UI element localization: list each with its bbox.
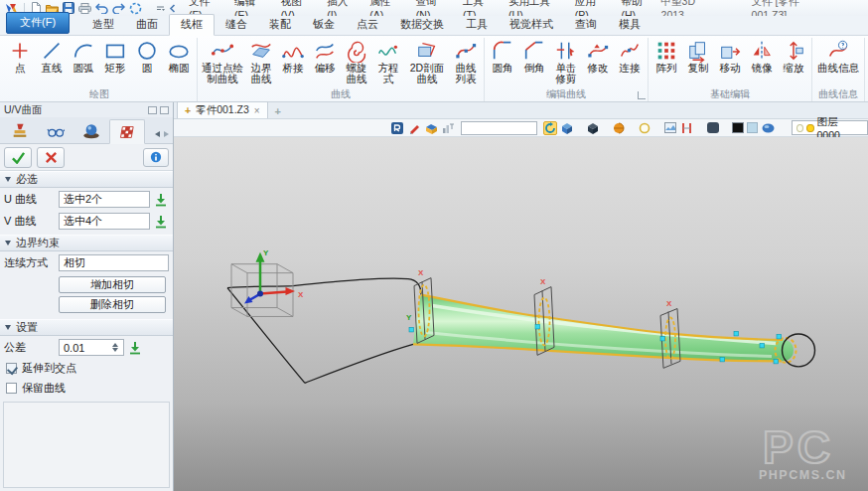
display-mode-icon[interactable] bbox=[586, 121, 600, 135]
view-orientation-icon[interactable] bbox=[560, 121, 574, 135]
qat-customize-icon[interactable] bbox=[156, 4, 165, 13]
display-filter-icon[interactable] bbox=[441, 121, 455, 135]
boundary-curve-button[interactable]: 边界曲线 bbox=[245, 38, 277, 87]
extend-checkbox[interactable] bbox=[6, 363, 17, 374]
tab-shape[interactable]: 造型 bbox=[81, 15, 125, 35]
u-curve-input[interactable]: 选中2个 bbox=[59, 191, 150, 208]
fillet-button[interactable]: 圆角 bbox=[487, 38, 518, 77]
edit-curve-dialog-launcher-icon[interactable] bbox=[638, 91, 646, 99]
tab-visibility[interactable] bbox=[38, 118, 73, 143]
info-button[interactable] bbox=[143, 148, 169, 167]
tab-visual-style[interactable]: 视觉样式 bbox=[499, 15, 564, 35]
section-required[interactable]: 必选 bbox=[0, 171, 173, 188]
ellipse-button[interactable]: 椭圆 bbox=[163, 38, 195, 75]
tab-scroll-right-icon[interactable] bbox=[164, 131, 169, 137]
point-button[interactable]: 点 bbox=[4, 38, 36, 77]
scale-button[interactable]: 缩放 bbox=[778, 38, 809, 75]
cancel-button[interactable] bbox=[37, 147, 65, 168]
panel-float-icon[interactable] bbox=[148, 106, 157, 114]
curve-list-button[interactable]: 曲线列表 bbox=[450, 38, 482, 85]
tab-pointcloud[interactable]: 点云 bbox=[346, 15, 389, 35]
equation-curve-button[interactable]: 方程式 bbox=[372, 38, 404, 85]
light-icon[interactable] bbox=[638, 121, 651, 135]
tab-wireframe[interactable]: 线框 bbox=[169, 14, 215, 36]
keep-curves-checkbox[interactable] bbox=[6, 383, 17, 394]
tab-heal[interactable]: 缝合 bbox=[215, 15, 258, 35]
circle-button[interactable]: 圆 bbox=[131, 38, 163, 75]
copy-button[interactable]: 复制 bbox=[682, 38, 714, 75]
tab-mold[interactable]: 模具 bbox=[608, 15, 651, 35]
confirm-button[interactable] bbox=[4, 147, 32, 168]
pattern-button[interactable]: 阵列 bbox=[651, 38, 682, 75]
section-settings[interactable]: 设置 bbox=[0, 319, 173, 336]
connect-curve-button[interactable]: 连接 bbox=[614, 38, 646, 77]
arc-button[interactable]: 圆弧 bbox=[68, 38, 99, 77]
tab-scroll-left-icon[interactable] bbox=[155, 131, 160, 137]
tolerance-pick-icon[interactable] bbox=[127, 340, 143, 356]
undo-icon[interactable] bbox=[95, 3, 108, 14]
modify-curve-button[interactable]: 修改 bbox=[582, 38, 614, 75]
file-menu-button[interactable]: 文件(F) bbox=[6, 12, 70, 34]
v-curve-pick-icon[interactable] bbox=[153, 214, 169, 230]
tab-inquire[interactable]: 查询 bbox=[564, 15, 608, 35]
add-tangent-button[interactable]: 增加相切 bbox=[59, 276, 166, 293]
section-curve-2d-button[interactable]: 2D剖面曲线 bbox=[404, 38, 450, 87]
point-icon bbox=[8, 39, 32, 63]
tolerance-input[interactable]: 0.01 bbox=[59, 339, 124, 356]
move-button[interactable]: 移动 bbox=[714, 38, 746, 75]
layer-selector[interactable]: 图层0000 bbox=[792, 120, 868, 135]
remove-tangent-button[interactable]: 删除相切 bbox=[59, 296, 166, 313]
redo-icon[interactable] bbox=[112, 3, 125, 14]
tolerance-row: 公差 0.01 bbox=[0, 336, 173, 358]
line-color-swatch[interactable] bbox=[732, 122, 744, 133]
tolerance-spinner[interactable] bbox=[111, 343, 119, 352]
curve-through-points-button[interactable]: 通过点绘制曲线 bbox=[200, 38, 245, 87]
regen-icon[interactable] bbox=[129, 2, 142, 15]
new-document-tab[interactable]: + bbox=[268, 103, 288, 118]
tab-uv-surface[interactable] bbox=[109, 119, 145, 144]
pick-filter-icon[interactable] bbox=[390, 121, 404, 135]
panel-close-icon[interactable] bbox=[160, 106, 169, 114]
section-boundary[interactable]: 边界约束 bbox=[0, 235, 173, 251]
spiral-curve-button[interactable]: 螺旋曲线 bbox=[341, 38, 372, 87]
print-icon[interactable] bbox=[78, 3, 91, 14]
pattern-icon bbox=[654, 39, 678, 63]
tab-surface[interactable]: 曲面 bbox=[125, 15, 169, 35]
tab-render[interactable] bbox=[73, 118, 109, 143]
material-icon[interactable] bbox=[761, 121, 775, 135]
offset-curve-button[interactable]: 偏移 bbox=[309, 38, 341, 77]
collapse-ribbon-icon[interactable] bbox=[169, 4, 176, 13]
mirror-icon bbox=[750, 39, 774, 63]
panel-title-bar: U/V曲面 bbox=[0, 102, 173, 117]
document-tab-active[interactable]: + 零件001.Z3 × bbox=[177, 101, 268, 118]
tab-tools[interactable]: 工具 bbox=[455, 15, 499, 35]
close-tab-icon[interactable]: × bbox=[254, 105, 260, 116]
curve-info-button[interactable]: 曲线信息 bbox=[814, 38, 862, 77]
erase-icon[interactable] bbox=[407, 121, 421, 135]
shade-swatch-icon[interactable] bbox=[706, 121, 720, 135]
tab-sheetmetal[interactable]: 钣金 bbox=[302, 15, 346, 35]
view-combo-box[interactable] bbox=[461, 121, 537, 135]
tab-assembly[interactable]: 装配 bbox=[258, 15, 302, 35]
u-curve-pick-icon[interactable] bbox=[153, 192, 169, 208]
mirror-button[interactable]: 镜像 bbox=[746, 38, 778, 75]
chamfer-button[interactable]: 倒角 bbox=[518, 38, 550, 77]
extend-checkbox-row[interactable]: 延伸到交点 bbox=[0, 358, 173, 378]
v-curve-input[interactable]: 选中4个 bbox=[59, 213, 150, 230]
click-trim-button[interactable]: 单击修剪 bbox=[550, 38, 582, 87]
bridge-curve-button[interactable]: 桥接 bbox=[277, 38, 309, 77]
continuity-select[interactable]: 相切 bbox=[59, 254, 169, 271]
wireframe-curves[interactable] bbox=[227, 278, 421, 383]
tab-data-exchange[interactable]: 数据交换 bbox=[389, 15, 455, 35]
rotate-view-icon[interactable] bbox=[543, 121, 557, 135]
tab-history[interactable] bbox=[2, 118, 38, 143]
line-button[interactable]: 直线 bbox=[36, 38, 68, 77]
rectangle-button[interactable]: 矩形 bbox=[99, 38, 131, 77]
render-mode-icon[interactable] bbox=[612, 121, 626, 135]
face-color-swatch[interactable] bbox=[747, 122, 759, 133]
keep-curves-checkbox-row[interactable]: 保留曲线 bbox=[0, 378, 173, 398]
viewport-3d[interactable]: X Y X Y X X bbox=[174, 137, 868, 491]
hatch-icon[interactable] bbox=[680, 121, 694, 135]
show-hide-icon[interactable] bbox=[424, 121, 438, 135]
background-image-icon[interactable] bbox=[663, 121, 677, 135]
